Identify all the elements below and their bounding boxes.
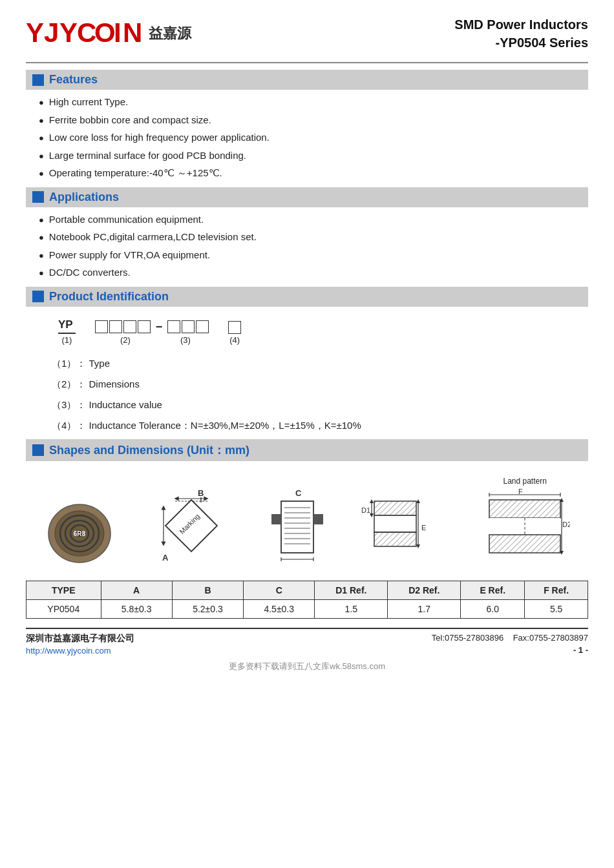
prod-detail-4: （4）： Inductance Tolerance：N=±30%,M=±20%，… [52,416,588,435]
footer-contact: Tel:0755-27803896 Fax:0755-27803897 [432,633,588,643]
table-header-a: A [101,581,172,599]
label-2: (2) [97,335,154,345]
cross-section: D1 E [361,488,445,568]
label-1: (1) [61,335,72,345]
svg-rect-43 [374,532,416,546]
app-item-1: Portable communication equipment. [39,212,588,227]
applications-list: Portable communication equipment. Notebo… [39,212,588,280]
svg-text:Marking: Marking [178,512,201,535]
cell-e: 6.0 [461,599,525,618]
svg-rect-24 [281,501,313,553]
page-title: SMD Power Inductors -YP0504 Series [454,16,588,52]
svg-rect-34 [313,514,323,524]
svg-text:6R8: 6R8 [74,530,86,537]
cell-d1: 1.5 [315,599,388,618]
table-header-c: C [244,581,315,599]
diamond-shape: B A Marking [149,488,233,568]
page-header: Y J Y C O I N 益嘉源 SMD Power Inductors -Y… [26,13,588,63]
svg-text:Y: Y [59,17,78,48]
feature-item-1: High current Type. [39,95,588,110]
footer-right: Tel:0755-27803896 Fax:0755-27803897 - 1 … [432,633,588,655]
svg-text:A: A [162,553,169,563]
logo-icon: Y J Y C O I N [26,13,142,54]
feature-item-2: Ferrite bobbin core and compact size. [39,113,588,128]
svg-rect-42 [374,515,416,532]
svg-text:D2: D2 [562,521,570,528]
table-header-f: F Ref. [525,581,588,599]
product-id-icon [32,291,44,302]
inductor-photo: 6R8 [44,501,115,568]
app-item-2: Notebook PC,digital carmera,LCD televisi… [39,230,588,245]
product-id-details: （1）： Type （2）： Dimensions （3）： Inductanc… [52,354,588,435]
logo-area: Y J Y C O I N 益嘉源 [26,13,191,54]
feature-item-4: Large terminal surface for good PCB bond… [39,149,588,163]
land-pattern: Land pattern F D2 [480,477,570,568]
applications-icon [32,191,44,203]
shapes-title: Shapes and Dimensions (Unit：mm) [49,442,249,458]
cell-c: 4.5±0.3 [244,599,315,618]
prod-detail-1: （1）： Type [52,354,588,373]
cell-a: 5.8±0.3 [101,599,172,618]
svg-text:J: J [44,17,58,48]
app-item-4: DC/DC converters. [39,265,588,280]
svg-rect-53 [489,535,560,553]
table-header-e: E Ref. [461,581,525,599]
product-id-title: Product Identification [49,290,169,304]
shapes-section-header: Shapes and Dimensions (Unit：mm) [26,439,588,461]
table-header-type: TYPE [26,581,101,599]
code-prefix: YP [58,318,76,334]
features-section-header: Features [26,70,588,90]
shapes-icon [32,444,44,456]
logo-cn-text: 益嘉源 [149,24,191,43]
cell-d2: 1.7 [388,599,461,618]
svg-text:I: I [114,17,121,48]
footer-company: 深圳市益嘉源电子有限公司 [26,633,134,645]
page-footer: 深圳市益嘉源电子有限公司 http://www.yjycoin.com Tel:… [26,628,588,656]
prod-detail-3: （3）： Inductance value [52,395,588,415]
feature-item-5: Operating temperature:-40℃ ～+125℃. [39,166,588,181]
footer-page: - 1 - [432,645,588,655]
feature-item-3: Low core loss for high frequency power a… [39,130,588,145]
svg-rect-33 [271,514,281,524]
land-pattern-label: Land pattern [480,477,570,486]
product-id-diagram: YP (1) − (2) (3) ( [45,318,588,345]
label-3: (3) [164,335,207,345]
table-row: YP0504 5.8±0.3 5.2±0.3 4.5±0.3 1.5 1.7 6… [26,599,588,618]
svg-text:C: C [295,488,302,498]
features-list: High current Type. Ferrite bobbin core a… [39,95,588,181]
svg-text:B: B [198,488,204,498]
dimensions-table: TYPE A B C D1 Ref. D2 Ref. E Ref. F Ref.… [26,581,588,619]
cell-b: 5.2±0.3 [172,599,243,618]
app-item-3: Power supply for VTR,OA equipment. [39,248,588,263]
applications-title: Applications [49,191,119,204]
footer-left: 深圳市益嘉源电子有限公司 http://www.yjycoin.com [26,633,134,656]
cell-type: YP0504 [26,599,101,618]
label-4: (4) [229,335,240,345]
svg-text:Y: Y [26,17,44,48]
svg-text:F: F [518,488,523,495]
svg-rect-41 [374,501,416,515]
applications-section-header: Applications [26,187,588,207]
table-header-d2: D2 Ref. [388,581,461,599]
svg-text:O: O [94,17,115,48]
prod-detail-2: （2）： Dimensions [52,375,588,394]
watermark-text: 更多资料下载请到五八文库wk.58sms.com [26,661,588,672]
svg-rect-51 [489,500,560,518]
features-title: Features [49,73,98,87]
product-id-section-header: Product Identification [26,287,588,307]
shapes-diagrams: 6R8 B A Marking [26,466,588,574]
table-header-d1: D1 Ref. [315,581,388,599]
table-header-b: B [172,581,243,599]
footer-website[interactable]: http://www.yjycoin.com [26,646,134,656]
features-icon [32,74,44,86]
svg-text:E: E [421,524,426,532]
svg-text:C: C [77,17,96,48]
c-shape: C [268,488,326,568]
svg-text:N: N [123,17,142,48]
svg-text:D1: D1 [361,506,370,514]
cell-f: 5.5 [525,599,588,618]
